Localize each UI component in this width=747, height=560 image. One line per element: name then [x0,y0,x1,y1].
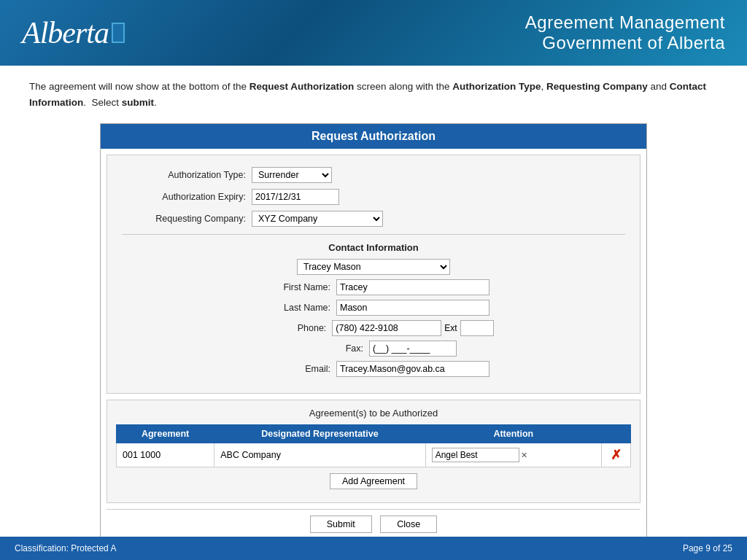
last-name-row: Last Name: [122,300,625,316]
intro-paragraph: The agreement will now show at the botto… [29,79,718,110]
email-input[interactable] [336,361,489,377]
last-name-label: Last Name: [258,303,330,313]
intro-bold5: submit [122,97,154,108]
ext-label: Ext [444,323,457,333]
email-row: Email: [122,361,625,377]
title-line1: Agreement Management [525,12,725,32]
close-button[interactable]: Close [380,516,437,533]
page-header: Alberta Agreement Management Government … [0,0,747,66]
phone-row: Phone: Ext [122,320,625,336]
phone-input[interactable] [332,320,441,336]
last-name-input[interactable] [336,300,489,316]
fax-input[interactable] [369,341,457,357]
requesting-company-row: Requesting Company: XYZ Company [122,211,625,227]
submit-button[interactable]: Submit [310,516,372,533]
requesting-company-label: Requesting Company: [122,214,246,224]
intro-bold2: Authorization Type [452,81,541,92]
attention-input[interactable] [432,448,519,462]
authorization-type-select[interactable]: Surrender [252,167,332,183]
agreements-table: Agreement Designated Representative Atte… [116,424,631,467]
table-row: 001 1000 ABC Company ✕ ✗ [117,443,631,467]
contact-dropdown-row: Tracey Mason [122,259,625,275]
action-buttons-row: Submit Close [107,509,640,539]
col-representative: Designated Representative [214,425,425,443]
delete-row-button[interactable]: ✗ [608,447,624,463]
fax-row: Fax: [122,341,625,357]
agreements-title: Agreement(s) to be Authorized [116,408,631,419]
contact-dropdown-select[interactable]: Tracey Mason [297,259,450,275]
col-agreement: Agreement [117,425,214,443]
fax-label: Fax: [290,343,363,354]
attention-clear-icon[interactable]: ✕ [521,451,527,460]
first-name-row: First Name: [122,279,625,295]
row1-attention-cell: ✕ [425,443,601,467]
authorization-type-label: Authorization Type: [122,170,246,180]
form-title: Request Authorization [101,124,646,149]
intro-bold3: Requesting Company [546,81,648,92]
phone-label: Phone: [253,323,326,333]
title-line2: Government of Alberta [542,33,725,52]
intro-text-mid2: , [541,81,547,92]
intro-text-mid3: and [648,81,670,92]
page-info: Page 9 of 25 [683,543,732,553]
intro-text-final: . [154,97,157,108]
add-agreement-row: Add Agreement [116,473,631,489]
row1-representative: ABC Company [214,443,425,467]
col-actions [602,425,631,443]
intro-text-end: . Select [83,97,122,108]
requesting-company-select[interactable]: XYZ Company [252,211,383,227]
intro-text-mid1: screen along with the [354,81,452,92]
col-attention: Attention [425,425,601,443]
classification-label: Classification: Protected A [15,543,116,553]
first-name-input[interactable] [336,279,489,295]
authorization-expiry-input[interactable] [252,189,339,205]
main-content: The agreement will now show at the botto… [0,66,747,547]
email-label: Email: [258,364,330,374]
agreements-section: Agreement(s) to be Authorized Agreement … [107,400,640,503]
intro-bold1: Request Authorization [249,81,355,92]
alberta-logo: Alberta [22,15,109,50]
first-name-label: First Name: [258,282,330,292]
contact-info-title: Contact Information [122,242,625,253]
authorization-expiry-row: Authorization Expiry: [122,189,625,205]
logo-area: Alberta [22,15,125,50]
phone-ext-input[interactable] [460,320,494,336]
request-authorization-form: Request Authorization Authorization Type… [100,123,647,540]
add-agreement-button[interactable]: Add Agreement [330,473,417,489]
intro-text-before: The agreement will now show at the botto… [29,81,249,92]
header-title: Agreement Management Government of Alber… [525,12,725,53]
authorization-type-row: Authorization Type: Surrender [122,167,625,183]
alberta-flag-icon [112,23,125,43]
row1-delete-cell: ✗ [602,443,631,467]
row1-agreement: 001 1000 [117,443,214,467]
page-footer: Classification: Protected A Page 9 of 25 [0,537,747,560]
delete-icon: ✗ [611,448,622,462]
form-fields-section: Authorization Type: Surrender Authorizat… [107,155,640,394]
authorization-expiry-label: Authorization Expiry: [122,192,246,202]
